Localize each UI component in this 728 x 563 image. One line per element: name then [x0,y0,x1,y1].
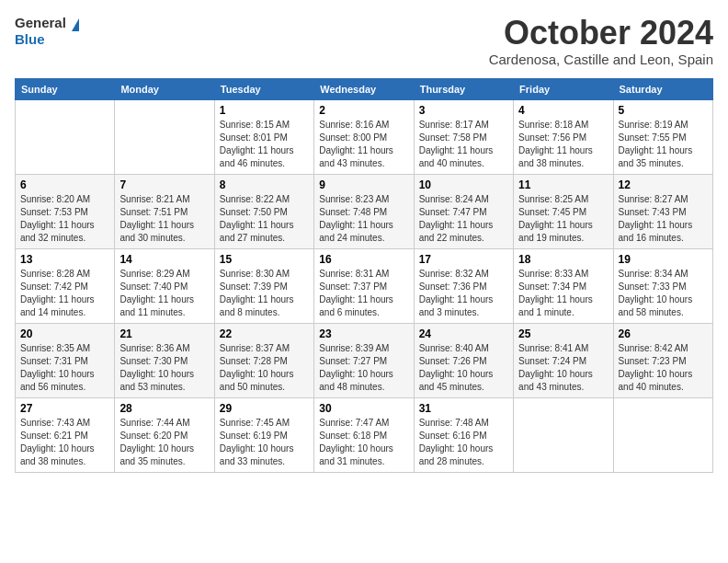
day-info: Sunrise: 8:28 AMSunset: 7:42 PMDaylight:… [20,268,109,319]
day-number: 16 [319,253,408,266]
logo: General Blue [15,15,79,47]
calendar-cell: 31Sunrise: 7:48 AMSunset: 6:16 PMDayligh… [414,397,513,472]
calendar-cell: 3Sunrise: 8:17 AMSunset: 7:58 PMDaylight… [414,99,513,174]
day-info: Sunrise: 8:15 AMSunset: 8:01 PMDaylight:… [220,119,309,170]
day-info: Sunrise: 8:24 AMSunset: 7:47 PMDaylight:… [419,193,508,245]
logo-icon [72,18,79,31]
calendar-cell: 12Sunrise: 8:27 AMSunset: 7:43 PMDayligh… [613,174,712,248]
day-number: 26 [619,327,708,340]
day-number: 2 [319,104,408,117]
day-info: Sunrise: 8:36 AMSunset: 7:30 PMDaylight:… [119,342,209,394]
month-title: October 2024 [489,15,713,52]
calendar-week-row: 27Sunrise: 7:43 AMSunset: 6:21 PMDayligh… [16,397,713,472]
logo-blue: Blue [15,31,45,47]
day-number: 5 [619,104,708,117]
day-number: 9 [319,178,408,191]
day-info: Sunrise: 8:19 AMSunset: 7:55 PMDaylight:… [619,119,708,170]
day-info: Sunrise: 8:39 AMSunset: 7:27 PMDaylight:… [319,342,408,394]
day-info: Sunrise: 7:48 AMSunset: 6:16 PMDaylight:… [419,417,508,468]
day-info: Sunrise: 7:44 AMSunset: 6:20 PMDaylight:… [119,417,209,468]
calendar-cell: 15Sunrise: 8:30 AMSunset: 7:39 PMDayligh… [214,248,313,323]
day-info: Sunrise: 8:18 AMSunset: 7:56 PMDaylight:… [518,119,608,170]
weekday-header-monday: Monday [115,78,214,99]
calendar-cell [16,99,115,174]
calendar-cell: 6Sunrise: 8:20 AMSunset: 7:53 PMDaylight… [16,174,115,248]
day-number: 8 [220,178,309,191]
calendar-cell: 24Sunrise: 8:40 AMSunset: 7:26 PMDayligh… [414,323,513,397]
calendar-cell: 5Sunrise: 8:19 AMSunset: 7:55 PMDaylight… [613,99,712,174]
title-area: October 2024 Cardenosa, Castille and Leo… [489,15,713,67]
location-title: Cardenosa, Castille and Leon, Spain [489,52,713,67]
calendar-cell: 17Sunrise: 8:32 AMSunset: 7:36 PMDayligh… [414,248,513,323]
day-number: 11 [518,178,608,191]
calendar-week-row: 13Sunrise: 8:28 AMSunset: 7:42 PMDayligh… [16,248,713,323]
calendar-cell: 28Sunrise: 7:44 AMSunset: 6:20 PMDayligh… [115,397,214,472]
calendar-cell [514,397,613,472]
day-info: Sunrise: 8:16 AMSunset: 8:00 PMDaylight:… [319,119,408,170]
calendar-table: SundayMondayTuesdayWednesdayThursdayFrid… [15,78,713,473]
day-info: Sunrise: 8:32 AMSunset: 7:36 PMDaylight:… [419,268,508,319]
calendar-cell [613,397,712,472]
calendar-cell: 26Sunrise: 8:42 AMSunset: 7:23 PMDayligh… [613,323,712,397]
day-number: 15 [220,253,309,266]
calendar-cell: 8Sunrise: 8:22 AMSunset: 7:50 PMDaylight… [214,174,313,248]
day-number: 29 [220,402,309,415]
day-info: Sunrise: 8:31 AMSunset: 7:37 PMDaylight:… [319,268,408,319]
day-number: 4 [518,104,608,117]
day-number: 23 [319,327,408,340]
day-number: 25 [518,327,608,340]
day-number: 18 [518,253,608,266]
calendar-cell: 23Sunrise: 8:39 AMSunset: 7:27 PMDayligh… [314,323,414,397]
day-info: Sunrise: 8:37 AMSunset: 7:28 PMDaylight:… [220,342,309,394]
day-info: Sunrise: 7:47 AMSunset: 6:18 PMDaylight:… [319,417,408,468]
day-info: Sunrise: 8:23 AMSunset: 7:48 PMDaylight:… [319,193,408,245]
page-header: General Blue October 2024 Cardenosa, Cas… [15,15,713,67]
calendar-week-row: 6Sunrise: 8:20 AMSunset: 7:53 PMDaylight… [16,174,713,248]
calendar-cell: 25Sunrise: 8:41 AMSunset: 7:24 PMDayligh… [514,323,613,397]
day-info: Sunrise: 8:41 AMSunset: 7:24 PMDaylight:… [518,342,608,394]
day-number: 3 [419,104,508,117]
day-number: 24 [419,327,508,340]
calendar-cell: 29Sunrise: 7:45 AMSunset: 6:19 PMDayligh… [214,397,313,472]
weekday-header-tuesday: Tuesday [214,78,313,99]
day-number: 14 [119,253,209,266]
day-info: Sunrise: 7:43 AMSunset: 6:21 PMDaylight:… [20,417,109,468]
weekday-header-wednesday: Wednesday [314,78,414,99]
calendar-cell: 10Sunrise: 8:24 AMSunset: 7:47 PMDayligh… [414,174,513,248]
calendar-cell: 11Sunrise: 8:25 AMSunset: 7:45 PMDayligh… [514,174,613,248]
day-info: Sunrise: 8:35 AMSunset: 7:31 PMDaylight:… [20,342,109,394]
day-info: Sunrise: 8:42 AMSunset: 7:23 PMDaylight:… [619,342,708,394]
calendar-cell [115,99,214,174]
weekday-header-saturday: Saturday [613,78,712,99]
day-info: Sunrise: 8:20 AMSunset: 7:53 PMDaylight:… [20,193,109,245]
calendar-cell: 1Sunrise: 8:15 AMSunset: 8:01 PMDaylight… [214,99,313,174]
weekday-header-sunday: Sunday [16,78,115,99]
calendar-cell: 7Sunrise: 8:21 AMSunset: 7:51 PMDaylight… [115,174,214,248]
day-number: 17 [419,253,508,266]
day-info: Sunrise: 8:27 AMSunset: 7:43 PMDaylight:… [619,193,708,245]
day-number: 19 [619,253,708,266]
day-number: 7 [119,178,209,191]
calendar-cell: 18Sunrise: 8:33 AMSunset: 7:34 PMDayligh… [514,248,613,323]
logo-blue-text: Blue [15,31,79,47]
day-info: Sunrise: 8:21 AMSunset: 7:51 PMDaylight:… [119,193,209,245]
day-info: Sunrise: 8:34 AMSunset: 7:33 PMDaylight:… [619,268,708,319]
logo-general: General [15,15,66,30]
day-number: 27 [20,402,109,415]
day-number: 6 [20,178,109,191]
calendar-cell: 14Sunrise: 8:29 AMSunset: 7:40 PMDayligh… [115,248,214,323]
calendar-cell: 2Sunrise: 8:16 AMSunset: 8:00 PMDaylight… [314,99,414,174]
calendar-cell: 19Sunrise: 8:34 AMSunset: 7:33 PMDayligh… [613,248,712,323]
day-number: 10 [419,178,508,191]
day-info: Sunrise: 8:25 AMSunset: 7:45 PMDaylight:… [518,193,608,245]
day-info: Sunrise: 8:40 AMSunset: 7:26 PMDaylight:… [419,342,508,394]
day-number: 28 [119,402,209,415]
day-info: Sunrise: 7:45 AMSunset: 6:19 PMDaylight:… [220,417,309,468]
day-number: 20 [20,327,109,340]
calendar-cell: 27Sunrise: 7:43 AMSunset: 6:21 PMDayligh… [16,397,115,472]
calendar-cell: 4Sunrise: 8:18 AMSunset: 7:56 PMDaylight… [514,99,613,174]
calendar-cell: 22Sunrise: 8:37 AMSunset: 7:28 PMDayligh… [214,323,313,397]
day-info: Sunrise: 8:33 AMSunset: 7:34 PMDaylight:… [518,268,608,319]
day-number: 22 [220,327,309,340]
calendar-cell: 16Sunrise: 8:31 AMSunset: 7:37 PMDayligh… [314,248,414,323]
